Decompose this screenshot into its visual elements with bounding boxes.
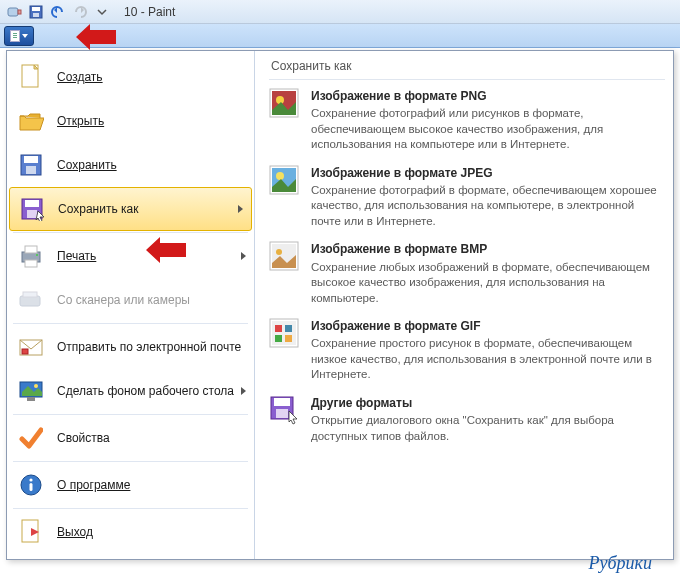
svg-rect-39 xyxy=(285,325,292,332)
menu-item-create[interactable]: Создать xyxy=(7,55,254,99)
menu-item-label: Сделать фоном рабочего стола xyxy=(57,384,237,398)
chevron-right-icon xyxy=(241,252,246,260)
option-gif[interactable]: Изображение в формате GIF Сохранение про… xyxy=(269,318,665,383)
svg-rect-14 xyxy=(25,260,37,267)
svg-point-32 xyxy=(276,172,284,180)
svg-rect-7 xyxy=(24,156,38,163)
svg-rect-4 xyxy=(33,13,39,17)
svg-rect-11 xyxy=(27,210,37,218)
menu-item-label: Сохранить как xyxy=(58,202,234,216)
option-heading: Изображение в формате JPEG xyxy=(311,165,665,181)
svg-rect-43 xyxy=(274,398,290,406)
option-jpeg[interactable]: Изображение в формате JPEG Сохранение фо… xyxy=(269,165,665,230)
new-document-icon xyxy=(17,63,45,91)
file-menu-dropdown: Создать Открыть Сохранить Сохранить как xyxy=(6,50,674,560)
callout-arrow-1 xyxy=(76,24,116,50)
jpeg-thumbnail-icon xyxy=(269,165,299,195)
folder-open-icon xyxy=(17,107,45,135)
menu-separator xyxy=(13,232,248,233)
callout-arrow-2 xyxy=(146,237,186,263)
file-menu-list: Создать Открыть Сохранить Сохранить как xyxy=(7,51,255,559)
desktop-icon xyxy=(17,377,45,405)
svg-point-15 xyxy=(36,254,38,256)
option-bmp[interactable]: Изображение в формате BMP Сохранение люб… xyxy=(269,241,665,306)
menu-item-save[interactable]: Сохранить xyxy=(7,143,254,187)
menu-item-about[interactable]: О программе xyxy=(7,463,254,507)
option-heading: Изображение в формате BMP xyxy=(311,241,665,257)
exit-icon xyxy=(17,518,45,546)
svg-point-24 xyxy=(29,478,32,481)
option-heading: Другие форматы xyxy=(311,395,665,411)
chevron-right-icon xyxy=(241,387,246,395)
option-heading: Изображение в формате PNG xyxy=(311,88,665,104)
envelope-icon xyxy=(17,333,45,361)
menu-item-email[interactable]: Отправить по электронной почте xyxy=(7,325,254,369)
dropdown-arrow-icon xyxy=(22,34,28,38)
menu-item-save-as[interactable]: Сохранить как xyxy=(9,187,252,231)
save-icon xyxy=(17,151,45,179)
title-bar: 10 - Paint xyxy=(0,0,680,24)
svg-point-29 xyxy=(276,96,284,104)
option-description: Сохранение фотографий в формате, обеспеч… xyxy=(311,184,657,227)
save-as-dialog-icon xyxy=(269,395,299,425)
save-as-icon xyxy=(18,195,46,223)
svg-rect-17 xyxy=(23,292,37,297)
qat-paint-icon xyxy=(4,3,24,21)
printer-icon xyxy=(17,242,45,270)
info-icon xyxy=(17,471,45,499)
panel-title: Сохранить как xyxy=(269,57,665,80)
menu-item-properties[interactable]: Свойства xyxy=(7,416,254,460)
option-png[interactable]: Изображение в формате PNG Сохранение фот… xyxy=(269,88,665,153)
menu-item-label: Выход xyxy=(57,525,93,539)
menu-item-print[interactable]: Печать xyxy=(7,234,254,278)
gif-thumbnail-icon xyxy=(269,318,299,348)
svg-rect-1 xyxy=(18,10,21,14)
menu-item-label: Печать xyxy=(57,249,96,263)
option-heading: Изображение в формате GIF xyxy=(311,318,665,334)
svg-rect-40 xyxy=(275,335,282,342)
svg-point-21 xyxy=(34,384,38,388)
menu-item-label: Со сканера или камеры xyxy=(57,293,246,307)
svg-rect-8 xyxy=(26,166,36,174)
menu-separator xyxy=(13,508,248,509)
menu-separator xyxy=(13,461,248,462)
svg-rect-41 xyxy=(285,335,292,342)
option-description: Открытие диалогового окна "Сохранить как… xyxy=(311,414,614,442)
qat-redo-button[interactable] xyxy=(70,3,90,21)
option-description: Сохранение простого рисунок в формате, о… xyxy=(311,337,652,380)
bmp-thumbnail-icon xyxy=(269,241,299,271)
menu-item-label: Открыть xyxy=(57,114,104,128)
checkmark-icon xyxy=(17,424,45,452)
png-thumbnail-icon xyxy=(269,88,299,118)
svg-rect-25 xyxy=(30,483,33,491)
qat-customize-button[interactable] xyxy=(92,3,112,21)
menu-item-exit[interactable]: Выход xyxy=(7,510,254,554)
menu-separator xyxy=(13,323,248,324)
option-other-formats[interactable]: Другие форматы Открытие диалогового окна… xyxy=(269,395,665,444)
window-title: 10 - Paint xyxy=(124,5,175,19)
qat-save-button[interactable] xyxy=(26,3,46,21)
file-menu-button[interactable] xyxy=(4,26,34,46)
menu-item-label: Свойства xyxy=(57,431,246,445)
option-description: Сохранение любых изображений в формате, … xyxy=(311,261,650,304)
svg-rect-38 xyxy=(275,325,282,332)
menu-item-label: О программе xyxy=(57,478,130,492)
svg-rect-19 xyxy=(22,349,28,354)
menu-item-label: Отправить по электронной почте xyxy=(57,340,246,354)
option-description: Сохранение фотографий или рисунков в фор… xyxy=(311,107,603,150)
svg-point-35 xyxy=(276,249,282,255)
svg-rect-3 xyxy=(32,7,40,11)
scanner-icon xyxy=(17,286,45,314)
menu-item-scanner: Со сканера или камеры xyxy=(7,278,254,322)
menu-item-label: Сохранить xyxy=(57,158,117,172)
qat-undo-button[interactable] xyxy=(48,3,68,21)
save-as-panel: Сохранить как Изображение в формате PNG … xyxy=(255,51,673,559)
footer-text: Рубрики xyxy=(589,553,652,574)
menu-item-open[interactable]: Открыть xyxy=(7,99,254,143)
svg-rect-44 xyxy=(276,409,288,418)
menu-item-wallpaper[interactable]: Сделать фоном рабочего стола xyxy=(7,369,254,413)
svg-rect-13 xyxy=(25,246,37,253)
chevron-right-icon xyxy=(238,205,243,213)
menu-item-label: Создать xyxy=(57,70,103,84)
svg-rect-10 xyxy=(25,200,39,207)
